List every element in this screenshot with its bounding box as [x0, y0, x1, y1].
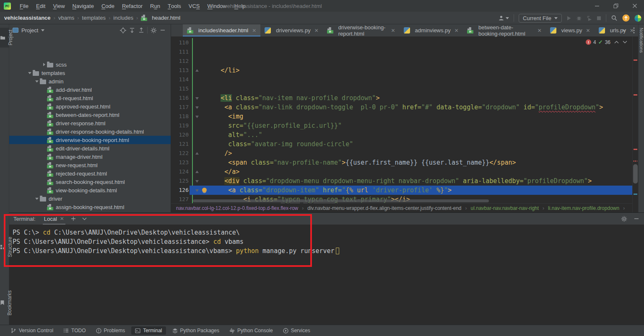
user-icon[interactable] — [498, 15, 509, 21]
tree-chevron-icon[interactable] — [34, 196, 40, 202]
tool-button-project[interactable]: Project — [0, 28, 9, 47]
breadcrumb-item[interactable]: vehicleassistance — [4, 15, 51, 21]
code-editor[interactable]: 110111112113 </li>114115116 <li class="n… — [171, 36, 632, 203]
code-line-119[interactable]: 119 src="{{user.profile_pic.url}}" — [171, 121, 632, 130]
code-line-125[interactable]: 125 <div class="dropdown-menu dropdown-m… — [171, 176, 632, 186]
tree-item-driver-response-booking-details-html[interactable]: driver-response-booking-details.html — [9, 127, 171, 136]
code-line-113[interactable]: 113 </li> — [171, 66, 632, 75]
editor-breadcrumb-item[interactable]: div.navbar-menu-wrapper.d-flex.align-ite… — [307, 205, 461, 211]
fold-marker-icon[interactable] — [194, 103, 200, 112]
error-stripe-mark[interactable] — [634, 160, 637, 162]
run-configuration-select[interactable]: Current File — [519, 14, 562, 23]
error-stripe-mark[interactable] — [634, 94, 637, 96]
project-view-select[interactable]: Project — [21, 27, 44, 34]
code-line-124[interactable]: 124 </a> — [171, 167, 632, 176]
hide-terminal-button[interactable] — [634, 216, 639, 221]
menu-view[interactable]: View — [49, 0, 68, 12]
tree-chevron-icon[interactable] — [34, 79, 40, 84]
tree-item-all-request-html[interactable]: all-request.html — [9, 94, 171, 102]
fold-marker-icon[interactable] — [194, 149, 200, 158]
tool-button-bookmarks[interactable]: Bookmarks — [0, 288, 9, 318]
tree-item-search-booking-request-html[interactable]: search-booking-request.html — [9, 178, 171, 186]
code-line-123[interactable]: 123 <span class="nav-profile-name">{{use… — [171, 158, 632, 167]
horizontal-scrollbar[interactable] — [193, 199, 489, 202]
statusbar-button-terminal[interactable]: Terminal — [131, 326, 166, 335]
vertical-scrollbar-thumb[interactable] — [633, 164, 638, 184]
tree-item-scss[interactable]: scss — [9, 60, 171, 69]
error-stripe-mark[interactable] — [634, 149, 637, 150]
prev-problem-button[interactable] — [614, 41, 619, 44]
intention-bulb-icon[interactable] — [202, 188, 207, 192]
code-line-111[interactable]: 111 — [171, 47, 632, 57]
menu-navigate[interactable]: Navigate — [69, 0, 98, 12]
hide-panel-button[interactable] — [158, 26, 167, 34]
editor-breadcrumb-item[interactable]: li.nav-item.nav-profile.dropdown — [548, 205, 619, 211]
close-icon[interactable]: ✕ — [454, 28, 459, 34]
tree-item-approved-request-html[interactable]: approved-request.html — [9, 102, 171, 111]
code-line-122[interactable]: 122 /> — [171, 149, 632, 158]
fold-marker-icon[interactable] — [194, 112, 200, 121]
inspections-widget[interactable]: ! 4 ✓ 36 — [586, 39, 627, 45]
tab-views-py[interactable]: views.py✕ — [546, 24, 595, 36]
menu-run[interactable]: Run — [146, 0, 164, 12]
next-problem-button[interactable] — [623, 41, 627, 44]
stop-button[interactable] — [597, 16, 601, 21]
run-button[interactable] — [566, 16, 571, 21]
editor-breadcrumb-item[interactable]: nav.navbar.col-lg-12.col-12.p-0.fixed-to… — [176, 205, 298, 211]
menu-file[interactable]: File — [16, 0, 32, 12]
tab-driverviews-py[interactable]: driverviews.py✕ — [260, 24, 322, 36]
tool-button-notifications[interactable]: Notifications — [639, 28, 644, 53]
menu-tools[interactable]: Tools — [164, 0, 185, 12]
tree-chevron-icon[interactable] — [41, 63, 47, 66]
run-with-coverage-button[interactable] — [587, 16, 592, 21]
statusbar-button-todo[interactable]: TODO — [60, 326, 89, 335]
tree-item-rejected-request-html[interactable]: rejected-request.html — [9, 169, 171, 178]
error-stripe[interactable] — [632, 36, 638, 212]
fold-marker-icon[interactable] — [194, 93, 200, 103]
breadcrumb-item[interactable]: templates — [82, 15, 106, 21]
menu-refactor[interactable]: Refactor — [118, 0, 146, 12]
close-icon[interactable]: ✕ — [252, 28, 256, 34]
close-button[interactable] — [625, 0, 644, 12]
code-line-115[interactable]: 115 — [171, 84, 632, 93]
tree-chevron-icon[interactable] — [27, 70, 33, 76]
tree-item-new-request-html[interactable]: new-request.html — [9, 161, 171, 169]
breadcrumb-item[interactable]: includes — [113, 15, 133, 21]
debug-button[interactable] — [576, 16, 582, 21]
menu-code[interactable]: Code — [98, 0, 118, 12]
statusbar-button-services[interactable]: Services — [279, 326, 314, 335]
tab-list-button[interactable] — [622, 29, 626, 32]
tree-item-between-dates-report-html[interactable]: between-dates-report.html — [9, 111, 171, 119]
menu-edit[interactable]: Edit — [32, 0, 49, 12]
tree-item-driver-response-html[interactable]: driver-response.html — [9, 119, 171, 127]
statusbar-button-version-control[interactable]: Version Control — [7, 326, 57, 335]
close-icon[interactable]: ✕ — [391, 28, 395, 34]
code-line-110[interactable]: 110 — [171, 38, 632, 47]
collapse-all-button[interactable] — [137, 26, 146, 34]
fold-marker-icon[interactable] — [194, 167, 200, 176]
code-line-118[interactable]: 118 <img — [171, 112, 632, 121]
close-icon[interactable]: ✕ — [586, 28, 590, 34]
code-line-112[interactable]: 112 — [171, 57, 632, 66]
tree-item-add-driver-html[interactable]: add-driver.html — [9, 85, 171, 94]
fold-marker-icon[interactable] — [194, 176, 200, 186]
code-line-126[interactable]: 126 <a class="dropdown-item" href="{% ur… — [171, 186, 632, 195]
fold-marker-icon[interactable] — [194, 66, 200, 75]
code-line-121[interactable]: 121 class="avatar-img rounded-circle" — [171, 140, 632, 149]
editor-breadcrumb-item[interactable]: ul.navbar-nav.navbar-nav-right — [471, 205, 539, 211]
error-stripe-mark[interactable] — [634, 194, 637, 195]
code-line-120[interactable]: 120 alt="..." — [171, 130, 632, 140]
tab-driverwise-booking-report-html[interactable]: driverwise-booking-report.html✕ — [323, 24, 400, 36]
tree-item-view-booking-details-html[interactable]: view-booking-details.html — [9, 186, 171, 194]
tab-between-date-booking-report-html[interactable]: between-date-booking-report.html✕ — [463, 24, 546, 36]
expand-all-button[interactable] — [127, 26, 137, 34]
close-icon[interactable]: ✕ — [314, 28, 319, 34]
search-everywhere-button[interactable] — [611, 15, 618, 21]
error-stripe-mark[interactable] — [634, 59, 637, 61]
statusbar-button-problems[interactable]: Problems — [92, 326, 129, 335]
update-available-button[interactable] — [622, 14, 630, 22]
tree-item-manage-driver-html[interactable]: manage-driver.html — [9, 152, 171, 161]
minimize-button[interactable] — [587, 0, 606, 12]
menu-vcs[interactable]: VCS — [185, 0, 204, 12]
code-line-114[interactable]: 114 — [171, 75, 632, 84]
